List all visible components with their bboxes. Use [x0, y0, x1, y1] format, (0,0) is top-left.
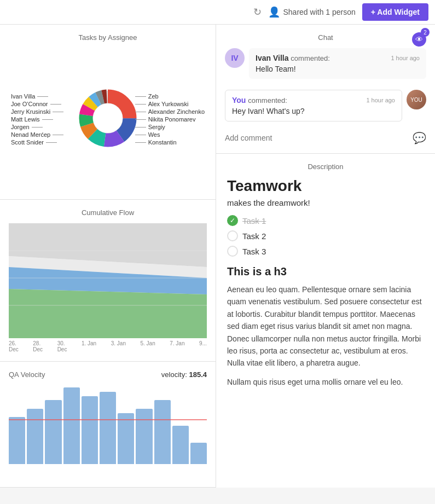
ivan-text: Hello Team!	[256, 65, 420, 73]
task-label-1: Task 1	[242, 216, 266, 225]
task-item-3: Task 3	[227, 246, 424, 257]
cf-label-5: 3. Jan	[111, 340, 126, 352]
eye-badge: 2	[421, 28, 430, 37]
cf-label-7: 7. Jan	[170, 340, 184, 352]
description-subtitle: makes the dreamwork!	[227, 198, 424, 207]
you-msg-header: You commented: 1 hour ago	[232, 96, 395, 105]
qa-header: QA Velocity velocity: 185.4	[9, 370, 207, 379]
qa-bar-4	[82, 396, 98, 464]
cf-label-8: 9...	[199, 340, 207, 352]
add-widget-button[interactable]: + Add Widget	[362, 3, 428, 21]
qa-bar-6	[118, 413, 134, 464]
label-scott: Scott Snider	[11, 139, 63, 146]
chat-title: Chat 👁 2	[225, 33, 426, 42]
you-avatar: YOU	[407, 90, 426, 109]
label-line	[135, 119, 146, 120]
main-layout: Tasks by Assignee Ivan Villa Joe O'Conno…	[0, 25, 435, 488]
label-line	[32, 127, 43, 128]
cf-label-1: 26.Dec	[9, 340, 19, 352]
task-label-3: Task 3	[242, 247, 266, 256]
add-comment-row: 💬	[225, 127, 426, 144]
tasks-by-assignee-title: Tasks by Assignee	[9, 33, 207, 42]
you-time: 1 hour ago	[366, 97, 395, 103]
tasks-by-assignee-widget: Tasks by Assignee Ivan Villa Joe O'Conno…	[0, 25, 216, 200]
header: ↻ 👤 Shared with 1 person + Add Widget	[0, 0, 435, 25]
cf-label-6: 5. Jan	[140, 340, 155, 352]
cumulative-flow-title: Cumulative Flow	[9, 208, 207, 217]
pie-svg	[72, 83, 143, 156]
right-column: Chat 👁 2 IV Ivan Villa commented: 1 hour…	[216, 25, 435, 488]
you-avatar-image: YOU	[407, 90, 426, 109]
label-line	[135, 135, 146, 135]
task-label-2: Task 2	[242, 231, 266, 241]
task-list: ✓ Task 1 Task 2 Task 3	[227, 215, 424, 257]
task-item-1: ✓ Task 1	[227, 215, 424, 226]
label-ivan-villa: Ivan Villa	[11, 93, 63, 100]
ivan-time: 1 hour ago	[391, 55, 420, 61]
label-nenad: Nenad Merćep	[11, 131, 63, 138]
label-konstantin: Konstantin	[135, 139, 205, 146]
label-line	[37, 96, 48, 97]
task-check-2[interactable]	[227, 230, 238, 241]
pie-labels-right: Zeb Alex Yurkowski Alexander Zinchenko N…	[135, 48, 207, 190]
label-line	[135, 142, 146, 143]
svg-marker-16	[9, 289, 207, 338]
you-chat-bubble: You commented: 1 hour ago Hey Ivan! What…	[225, 90, 402, 121]
cumulative-flow-chart	[9, 223, 207, 338]
qa-bar-0	[9, 417, 25, 464]
qa-bar-2	[45, 400, 61, 464]
chat-panel: Chat 👁 2 IV Ivan Villa commented: 1 hour…	[216, 25, 435, 154]
label-sergiy: Sergiy	[135, 124, 205, 130]
cf-x-labels: 26.Dec 28.Dec 30.Dec 1. Jan 3. Jan 5. Ja…	[9, 338, 207, 352]
you-author: You commented:	[232, 96, 287, 105]
label-matt: Matt Lewis	[11, 116, 63, 123]
shared-label: Shared with 1 person	[283, 8, 356, 16]
ivan-avatar: IV	[225, 48, 245, 68]
qa-bar-3	[63, 387, 80, 464]
label-line	[135, 104, 146, 105]
description-panel: Description Teamwork makes the dreamwork…	[216, 154, 435, 403]
description-body-2: Nullam quis risus eget urna mollis ornar…	[227, 376, 424, 388]
ivan-author: Ivan Villa commented:	[256, 54, 330, 62]
pie-chart-container: Ivan Villa Joe O'Connor Jerry Krusinski …	[9, 48, 207, 190]
label-zeb: Zeb	[135, 93, 205, 100]
qa-bar-8	[154, 400, 171, 464]
qa-bar-1	[27, 409, 43, 464]
description-h3: This is a h3	[227, 265, 424, 278]
label-line	[53, 112, 63, 112]
description-label: Description	[227, 163, 424, 171]
label-line	[46, 142, 57, 143]
left-column: Tasks by Assignee Ivan Villa Joe O'Conno…	[0, 25, 216, 488]
cf-label-3: 30.Dec	[57, 340, 67, 352]
eye-icon-area: 👁 2	[412, 32, 426, 47]
label-alexander-z: Alexander Zinchenko	[135, 108, 205, 115]
comment-icon: 💬	[413, 131, 426, 144]
label-joe: Joe O'Connor	[11, 101, 63, 107]
svg-point-12	[93, 103, 123, 133]
qa-bar-10	[190, 443, 207, 464]
person-icon: 👤	[268, 6, 280, 18]
label-line	[135, 127, 146, 128]
ivan-msg-header: Ivan Villa commented: 1 hour ago	[256, 54, 420, 62]
task-check-3[interactable]	[227, 246, 238, 257]
ivan-chat-bubble: Ivan Villa commented: 1 hour ago Hello T…	[249, 48, 426, 79]
qa-bar-9	[172, 426, 189, 464]
qa-velocity-widget: QA Velocity velocity: 185.4	[0, 362, 216, 488]
qa-bar-7	[136, 409, 152, 464]
add-comment-input[interactable]	[225, 134, 413, 142]
qa-velocity-value: velocity: 185.4	[161, 370, 207, 379]
chat-message-ivan: IV Ivan Villa commented: 1 hour ago Hell…	[225, 48, 426, 84]
label-wes: Wes	[135, 131, 205, 138]
task-item-2: Task 2	[227, 230, 424, 241]
label-alex-y: Alex Yurkowski	[135, 101, 205, 107]
qa-velocity-title: QA Velocity	[9, 370, 45, 379]
label-line	[50, 104, 61, 105]
shared-with-button[interactable]: 👤 Shared with 1 person	[268, 6, 356, 18]
ivan-message-content: Ivan Villa commented: 1 hour ago Hello T…	[249, 48, 426, 84]
qa-bar-5	[100, 392, 116, 464]
task-check-1[interactable]: ✓	[227, 215, 238, 226]
you-text: Hey Ivan! What's up?	[232, 107, 395, 115]
description-title: Teamwork	[227, 177, 424, 195]
label-jorgen: Jorgen	[11, 124, 63, 130]
refresh-icon[interactable]: ↻	[253, 6, 262, 18]
